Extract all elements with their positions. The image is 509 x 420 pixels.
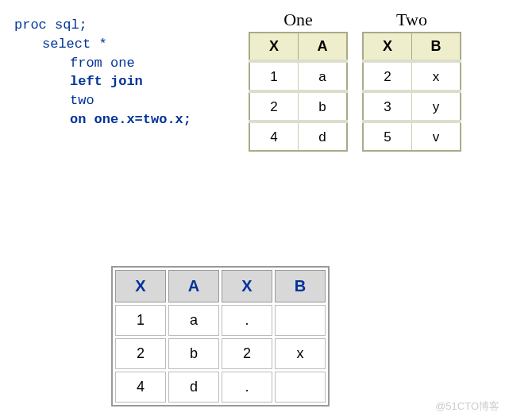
code-line: proc sql; — [14, 16, 191, 35]
table-row: 2x — [363, 61, 461, 91]
cell: 2 — [249, 91, 299, 121]
result-table-wrapper: X A X B 1 a . 2 b 2 x 4 d . — [111, 266, 330, 407]
table-row: 4 d . — [115, 372, 326, 403]
cell: 3 — [363, 91, 412, 121]
table-row: 2b — [249, 91, 347, 121]
watermark-text: @51CTO博客 — [435, 399, 499, 414]
table-two-group: Two X B 2x 3y 5v — [362, 10, 461, 152]
cell: b — [168, 338, 219, 369]
table-one-title: One — [249, 10, 348, 30]
table-row: 1a — [249, 61, 347, 91]
table-row: 5v — [363, 121, 461, 151]
code-line: two — [14, 91, 191, 110]
cell — [275, 305, 326, 336]
code-line: left join — [14, 72, 191, 91]
cell: y — [412, 91, 461, 121]
cell: 4 — [115, 372, 166, 403]
table-row: 4d — [249, 121, 347, 151]
cell: a — [168, 305, 219, 336]
cell: 2 — [115, 338, 166, 369]
table-row: X A X B — [115, 270, 326, 302]
sql-code-block: proc sql; select * from one left join tw… — [14, 16, 191, 129]
cell: 2 — [363, 61, 412, 91]
cell: 2 — [222, 338, 272, 369]
table-two: X B 2x 3y 5v — [362, 32, 461, 152]
input-tables-container: One X A 1a 2b 4d Two X B 2x 3y 5v — [249, 10, 461, 152]
cell: x — [412, 61, 461, 91]
cell: d — [299, 121, 348, 151]
cell: d — [168, 372, 219, 403]
cell: x — [275, 338, 326, 369]
table-one: X A 1a 2b 4d — [249, 32, 348, 152]
code-line: from one — [14, 54, 191, 73]
table-row: 3y — [363, 91, 461, 121]
table-row: 1 a . — [115, 305, 326, 336]
cell: v — [412, 121, 461, 151]
cell: . — [222, 372, 272, 403]
col-header: A — [299, 33, 348, 61]
result-table: X A X B 1 a . 2 b 2 x 4 d . — [111, 266, 330, 407]
cell: 5 — [363, 121, 412, 151]
table-row: X B — [363, 33, 461, 61]
col-header: X — [222, 270, 272, 302]
code-line: on one.x=two.x; — [14, 110, 191, 129]
col-header: X — [115, 270, 166, 302]
code-line: select * — [14, 35, 191, 54]
cell: 4 — [249, 121, 299, 151]
cell: 1 — [115, 305, 166, 336]
col-header: X — [249, 33, 299, 61]
table-one-group: One X A 1a 2b 4d — [249, 10, 348, 152]
col-header: B — [412, 33, 461, 61]
table-row: X A — [249, 33, 347, 61]
cell — [275, 372, 326, 403]
col-header: X — [363, 33, 412, 61]
cell: . — [222, 305, 272, 336]
col-header: B — [275, 270, 326, 302]
col-header: A — [168, 270, 219, 302]
cell: 1 — [249, 61, 299, 91]
cell: a — [299, 61, 348, 91]
cell: b — [299, 91, 348, 121]
table-two-title: Two — [362, 10, 461, 30]
table-row: 2 b 2 x — [115, 338, 326, 369]
